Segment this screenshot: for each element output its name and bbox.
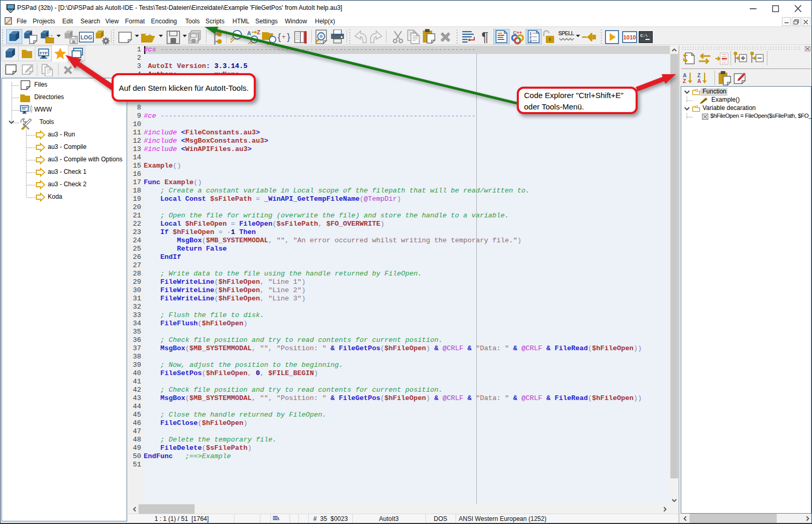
- svg-text:Z: Z: [697, 73, 700, 78]
- svg-text:Z: Z: [257, 30, 260, 35]
- svg-text:LOG: LOG: [80, 34, 92, 40]
- svg-text:Z: Z: [683, 78, 686, 84]
- svg-text:A: A: [247, 30, 251, 36]
- svg-text:1010: 1010: [623, 34, 636, 40]
- svg-text:SPELL: SPELL: [558, 30, 575, 36]
- svg-text:¶: ¶: [481, 30, 488, 44]
- svg-text:{: {: [278, 31, 281, 42]
- svg-text:C:\: C:\: [640, 33, 648, 38]
- svg-text:+: +: [282, 33, 286, 40]
- svg-text:A: A: [683, 73, 686, 78]
- svg-text:A: A: [697, 78, 701, 84]
- svg-text:}: }: [287, 31, 290, 42]
- svg-text:3: 3: [529, 38, 532, 43]
- svg-text:FTP: FTP: [39, 51, 48, 56]
